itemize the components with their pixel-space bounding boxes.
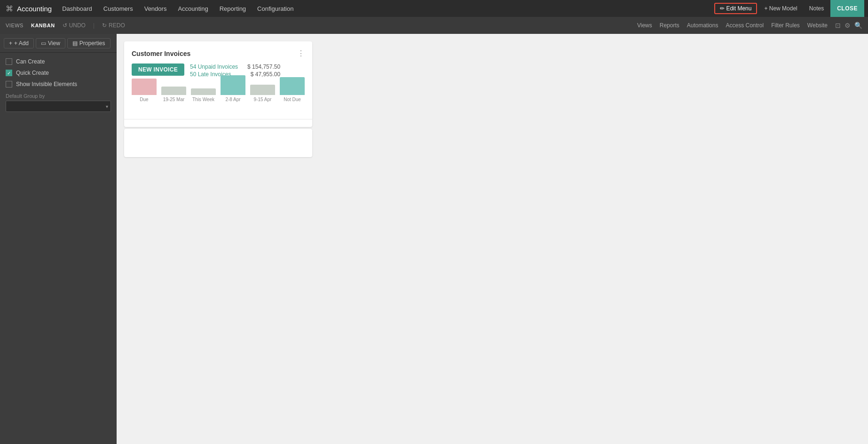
undo-button[interactable]: ↺ UNDO — [63, 22, 86, 29]
view-label: View — [48, 40, 60, 47]
card-divider — [124, 119, 312, 119]
sec-nav-reports[interactable]: Reports — [660, 22, 679, 29]
nav-reporting[interactable]: Reporting — [215, 2, 251, 15]
bar-label: 2-8 Apr — [225, 97, 240, 102]
customer-invoices-card: Customer Invoices ⋮ NEW INVOICE 54 Unpai… — [124, 41, 312, 127]
settings-icon[interactable]: ⚙ — [844, 22, 851, 29]
toggle-view-icon[interactable]: ⊡ — [835, 22, 841, 29]
sec-nav-access-control[interactable]: Access Control — [726, 22, 764, 29]
add-label: + Add — [14, 40, 29, 47]
late-invoices-value: $ 47,955.00 — [251, 71, 280, 78]
card-body: NEW INVOICE 54 Unpaid Invoices $ 154,757… — [132, 63, 305, 78]
card-menu-icon[interactable]: ⋮ — [297, 49, 305, 58]
edit-menu-button[interactable]: ✏ Edit Menu — [714, 3, 757, 14]
bar-group: Due — [132, 79, 157, 102]
bar-group: 19-25 Mar — [161, 87, 186, 102]
card-title: Customer Invoices — [132, 50, 190, 57]
bar-label: Not Due — [284, 97, 301, 102]
quick-create-label: Quick Create — [16, 70, 49, 76]
default-group-select-wrapper: ▾ — [6, 101, 111, 112]
undo-icon: ↺ — [63, 22, 67, 29]
nav-customers[interactable]: Customers — [99, 2, 138, 15]
unpaid-invoices-value: $ 154,757.50 — [247, 63, 280, 70]
properties-icon: ▤ — [72, 40, 78, 47]
bar-group: Not Due — [280, 77, 305, 102]
nav-configuration[interactable]: Configuration — [253, 2, 298, 15]
card-header: Customer Invoices ⋮ — [132, 49, 305, 58]
redo-button[interactable]: ↻ REDO — [102, 22, 125, 29]
redo-icon: ↻ — [102, 22, 107, 29]
can-create-checkbox[interactable] — [6, 58, 12, 65]
bar — [221, 75, 245, 95]
second-card-placeholder — [124, 129, 312, 157]
new-invoice-button[interactable]: NEW INVOICE — [132, 63, 184, 76]
unpaid-invoices-label[interactable]: 54 Unpaid Invoices — [190, 63, 238, 70]
bar — [161, 87, 186, 95]
close-button[interactable]: CLOSE — [830, 0, 864, 17]
new-model-button[interactable]: + New Model — [759, 3, 802, 14]
plus-icon: + — [9, 40, 12, 47]
default-group-label: Default Group by — [6, 93, 111, 99]
stat-row-unpaid: 54 Unpaid Invoices $ 154,757.50 — [190, 63, 280, 70]
bar — [250, 85, 275, 95]
bar — [191, 88, 216, 95]
show-invisible-option[interactable]: Show Invisible Elements — [6, 81, 111, 87]
default-group-select[interactable] — [6, 101, 111, 112]
add-button[interactable]: + + Add — [4, 38, 34, 48]
bar-chart: Due19-25 MarThis Week2-8 Apr9-15 AprNot … — [132, 83, 305, 111]
show-invisible-checkbox[interactable] — [6, 81, 12, 87]
quick-create-option[interactable]: Quick Create — [6, 70, 111, 76]
kanban-label[interactable]: KANBAN — [31, 23, 55, 28]
content-area: Customer Invoices ⋮ NEW INVOICE 54 Unpai… — [117, 34, 868, 444]
properties-button[interactable]: ▤ Properties — [67, 38, 110, 48]
nav-vendors[interactable]: Vendors — [140, 2, 172, 15]
sec-nav-website[interactable]: Website — [807, 22, 828, 29]
sidebar: + + Add ▭ View ▤ Properties Can Create Q… — [0, 34, 117, 444]
view-button[interactable]: ▭ View — [36, 38, 65, 48]
sidebar-options: Can Create Quick Create Show Invisible E… — [0, 53, 117, 118]
bar — [132, 79, 157, 95]
sec-nav-filter-rules[interactable]: Filter Rules — [771, 22, 800, 29]
bar-group: This Week — [191, 88, 216, 102]
redo-label: REDO — [109, 22, 125, 29]
quick-create-checkbox[interactable] — [6, 70, 12, 76]
bar — [280, 77, 305, 95]
can-create-label: Can Create — [16, 58, 45, 65]
sidebar-toolbar: + + Add ▭ View ▤ Properties — [0, 34, 117, 53]
main-layout: + + Add ▭ View ▤ Properties Can Create Q… — [0, 34, 868, 444]
bar-label: 9-15 Apr — [254, 97, 272, 102]
top-nav: ⌘ Accounting Dashboard Customers Vendors… — [0, 0, 868, 17]
app-title: Accounting — [17, 5, 52, 13]
undo-label: UNDO — [69, 22, 86, 29]
sec-nav-views[interactable]: Views — [637, 22, 652, 29]
bar-group: 2-8 Apr — [221, 75, 245, 102]
nav-dashboard[interactable]: Dashboard — [57, 2, 97, 15]
views-label: VIEWS — [6, 23, 24, 28]
bar-label: This Week — [192, 97, 214, 102]
search-icon[interactable]: 🔍 — [854, 22, 862, 29]
bar-label: Due — [140, 97, 148, 102]
nav-accounting[interactable]: Accounting — [173, 2, 213, 15]
properties-label: Properties — [79, 40, 105, 47]
divider: | — [93, 22, 95, 29]
view-icon: ▭ — [41, 40, 46, 47]
show-invisible-label: Show Invisible Elements — [16, 81, 77, 87]
secondary-nav: VIEWS KANBAN ↺ UNDO | ↻ REDO Views Repor… — [0, 17, 868, 34]
bar-group: 9-15 Apr — [250, 85, 275, 102]
can-create-option[interactable]: Can Create — [6, 58, 111, 65]
app-grid-icon[interactable]: ⌘ — [4, 2, 15, 15]
sec-nav-automations[interactable]: Automations — [687, 22, 718, 29]
notes-button[interactable]: Notes — [805, 4, 829, 13]
bar-label: 19-25 Mar — [163, 97, 185, 102]
